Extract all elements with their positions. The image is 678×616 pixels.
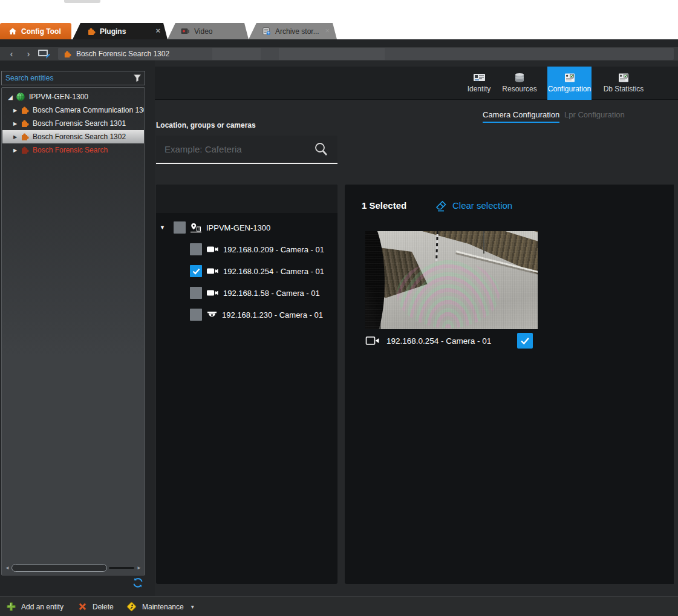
hover-artifact xyxy=(279,48,385,60)
horizontal-scrollbar[interactable]: ◄ ► xyxy=(4,563,142,572)
subtab-active-underline xyxy=(483,122,559,123)
collapsed-arrow-icon[interactable]: ▶ xyxy=(11,148,19,153)
puzzle-icon xyxy=(87,27,96,36)
tab-identity[interactable]: Identity xyxy=(460,67,498,100)
tree-item-label: Bosch Forensic Search 1301 xyxy=(33,119,126,128)
selected-camera-checkbox[interactable] xyxy=(517,333,533,349)
selected-camera-caption: 192.168.0.254 - Camera - 01 xyxy=(365,332,656,350)
tree-item-plugin[interactable]: ▶ Bosch Forensic Search 1301 xyxy=(2,117,144,130)
tab-resources[interactable]: Resources xyxy=(500,67,539,100)
dome-camera-icon xyxy=(206,310,218,319)
camera-icon xyxy=(206,245,219,254)
root-checkbox[interactable] xyxy=(174,221,186,234)
search-icon[interactable] xyxy=(313,142,329,157)
tab-plugins[interactable]: Plugins × xyxy=(73,23,168,39)
camera-tree-card: ▼ IPPVM-GEN-1300 192.168.0.209 - Camera … xyxy=(156,185,337,584)
collapse-arrow-icon[interactable]: ▼ xyxy=(160,224,169,231)
camera-search-input[interactable] xyxy=(156,144,313,154)
tab-configuration[interactable]: Configuration xyxy=(547,67,592,100)
back-button[interactable]: ‹ xyxy=(6,49,17,59)
tree-item-plugin[interactable]: ▶ Bosch Camera Communication 1302 xyxy=(2,103,144,117)
tab-archive-storage[interactable]: ? Archive stor... × xyxy=(249,23,337,39)
chevron-down-icon[interactable]: ▾ xyxy=(191,603,194,610)
camera-icon xyxy=(206,267,219,275)
archive-storage-icon: ? xyxy=(262,27,271,36)
selection-count: 1 Selected xyxy=(362,200,406,211)
window-artifact xyxy=(64,0,100,3)
video-monitor-icon xyxy=(181,28,190,35)
camera-checkbox-checked[interactable] xyxy=(190,265,202,277)
server-globe-icon xyxy=(16,92,25,102)
selected-camera-label: 192.168.0.254 - Camera - 01 xyxy=(386,336,491,346)
entity-sidebar: ◢ IPPVM-GEN-1300 ▶ Bosch Camera Communic… xyxy=(0,61,155,596)
camera-label: 192.168.1.230 - Camera - 01 xyxy=(222,310,323,319)
tree-item-label: Bosch Forensic Search xyxy=(33,146,108,154)
app-tab-label: Config Tool xyxy=(21,27,61,36)
app-tab-bar: Config Tool Plugins × Video ? Archive st… xyxy=(0,23,678,39)
camera-thumbnail[interactable] xyxy=(365,231,538,329)
module-tab-label: Resources xyxy=(502,85,536,93)
camera-tree-root[interactable]: ▼ IPPVM-GEN-1300 xyxy=(160,221,270,234)
tree-item-server[interactable]: ◢ IPPVM-GEN-1300 xyxy=(2,90,144,103)
home-icon xyxy=(8,27,17,35)
camera-label: 192.168.0.254 - Camera - 01 xyxy=(223,267,324,276)
camera-checkbox[interactable] xyxy=(190,309,202,321)
camera-checkbox[interactable] xyxy=(190,287,202,299)
device-view-icon[interactable] xyxy=(37,49,51,59)
close-icon[interactable]: × xyxy=(155,26,160,36)
scroll-left-icon[interactable]: ◄ xyxy=(4,565,10,571)
camera-row[interactable]: 192.168.1.58 - Camera - 01 xyxy=(190,286,320,300)
identity-card-icon xyxy=(473,71,486,84)
configuration-content: Camera Configuration Lpr Configuration L… xyxy=(155,100,678,596)
tree-item-plugin-selected[interactable]: ▶ Bosch Forensic Search 1302 xyxy=(2,130,144,143)
filter-funnel-icon[interactable] xyxy=(133,74,142,82)
app-window: Config Tool Plugins × Video ? Archive st… xyxy=(0,0,678,616)
camera-row[interactable]: 192.168.0.209 - Camera - 01 xyxy=(190,243,324,256)
scrollbar-track[interactable] xyxy=(109,567,134,569)
scrollbar-thumb[interactable] xyxy=(11,564,107,572)
camera-tree-root-label: IPPVM-GEN-1300 xyxy=(206,223,270,232)
collapsed-arrow-icon[interactable]: ▶ xyxy=(11,121,19,126)
tab-db-statistics[interactable]: Db Statistics xyxy=(596,67,651,100)
subtab-lpr-configuration[interactable]: Lpr Configuration xyxy=(564,110,625,119)
add-entity-button[interactable]: Add an entity xyxy=(6,597,64,616)
tab-video[interactable]: Video xyxy=(168,23,249,39)
collapsed-arrow-icon[interactable]: ▶ xyxy=(11,134,19,140)
bottom-toolbar: Add an entity Delete Maintenance ▾ xyxy=(0,596,678,616)
app-tab-label: Video xyxy=(194,27,212,36)
expanded-arrow-icon[interactable]: ◢ xyxy=(6,94,15,100)
maintenance-button[interactable]: Maintenance ▾ xyxy=(126,597,194,616)
entity-search-input[interactable] xyxy=(2,74,133,82)
breadcrumb[interactable]: Bosch Forensic Search 1302 xyxy=(58,48,674,60)
camera-row[interactable]: 192.168.1.230 - Camera - 01 xyxy=(190,308,323,321)
eraser-icon xyxy=(434,198,448,212)
subtab-camera-configuration[interactable]: Camera Configuration xyxy=(483,110,559,119)
divider-strip xyxy=(0,39,678,47)
camera-tree-header xyxy=(156,185,337,213)
add-entity-label: Add an entity xyxy=(21,603,64,611)
app-tab-label: Archive stor... xyxy=(275,27,319,36)
camera-row-checked[interactable]: 192.168.0.254 - Camera - 01 xyxy=(190,264,324,278)
delete-button[interactable]: Delete xyxy=(77,597,114,616)
scroll-right-icon[interactable]: ► xyxy=(136,565,142,571)
hover-artifact xyxy=(212,48,261,60)
collapsed-arrow-icon[interactable]: ▶ xyxy=(11,108,19,113)
refresh-icon[interactable] xyxy=(132,577,144,589)
forward-button[interactable]: › xyxy=(23,49,34,59)
camera-checkbox[interactable] xyxy=(190,243,202,255)
selection-card: 1 Selected Clear selection 192.168.0.25 xyxy=(345,185,674,584)
site-location-icon xyxy=(190,223,202,233)
tree-item-plugin-error[interactable]: ▶ Bosch Forensic Search xyxy=(2,143,144,157)
add-plus-icon xyxy=(6,601,16,612)
breadcrumb-title: Bosch Forensic Search 1302 xyxy=(76,50,169,58)
tree-item-label: Bosch Forensic Search 1302 xyxy=(33,133,126,141)
tab-config-tool[interactable]: Config Tool xyxy=(0,23,71,39)
close-icon[interactable]: × xyxy=(325,26,330,36)
plugin-puzzle-icon xyxy=(21,146,29,154)
plugin-puzzle-icon xyxy=(21,133,29,141)
camera-search-box[interactable] xyxy=(156,136,337,164)
camera-icon xyxy=(206,289,219,297)
entity-search-box[interactable] xyxy=(1,71,145,85)
clear-selection-button[interactable]: Clear selection xyxy=(434,198,512,212)
configuration-card-icon xyxy=(564,71,576,84)
